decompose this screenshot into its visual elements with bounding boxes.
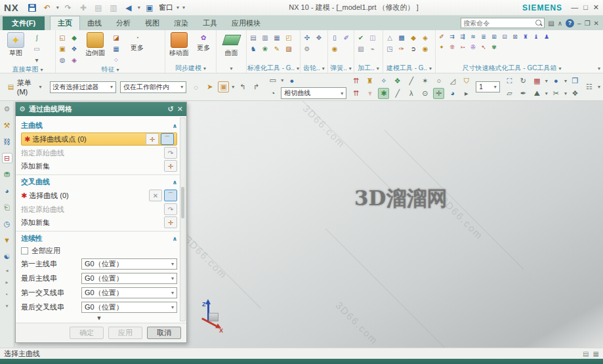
boolean-icon[interactable]: ❖ <box>69 43 79 54</box>
snap-endpoint-icon[interactable]: ⇈ <box>350 75 362 87</box>
apply-all-checkbox[interactable] <box>21 247 28 254</box>
gc-icon-16[interactable]: ➴ <box>479 43 488 52</box>
move-rotate-icon[interactable]: ☷ <box>585 81 594 92</box>
gc-icon-13[interactable]: ❊ <box>447 43 457 52</box>
std-tool-icon-5[interactable]: ❀ <box>260 43 270 54</box>
rect-select-icon[interactable]: ▭ <box>267 75 278 86</box>
snap-tangent-icon[interactable]: ◿ <box>447 75 458 87</box>
group-label-gc-toolbox[interactable]: 尺寸快速格式化工具 - GC工具箱▾ <box>437 64 587 73</box>
view-grid-icon[interactable]: ▦ <box>531 75 543 87</box>
snap-midpoint-icon[interactable]: ♜ <box>364 75 375 87</box>
shaded-view-icon[interactable]: ● <box>551 75 562 87</box>
cancel-button[interactable]: 取消 <box>147 327 181 339</box>
curve-rule-select[interactable]: 相切曲线▾ <box>281 87 346 99</box>
gc-icon-5[interactable]: ≣ <box>479 32 488 41</box>
ribbon-overflow-dropdown[interactable]: ▾ <box>598 66 600 71</box>
gc-icon-4[interactable]: ≋ <box>468 32 478 41</box>
snap-point2-icon[interactable]: ⛉ <box>461 75 472 87</box>
edge-blend-button[interactable]: 边倒圆 <box>81 32 110 58</box>
ok-button[interactable]: 确定 <box>70 327 104 339</box>
snap-plus-icon[interactable]: ✛ <box>433 88 444 99</box>
perspective-icon[interactable]: ✂ <box>551 88 562 99</box>
history-icon[interactable]: ◷ <box>2 218 12 229</box>
curve-select-button[interactable]: ⌒ <box>161 133 174 145</box>
next-selection-icon[interactable]: ↱ <box>251 81 262 92</box>
last-cross-string-select[interactable]: G0（位置）▾ <box>81 302 177 313</box>
hd3d-tools-icon[interactable]: ◕ <box>2 186 12 196</box>
tab-home[interactable]: 主页 <box>50 16 80 30</box>
trim-icon[interactable]: ▦ <box>111 43 121 54</box>
curve-rule-icon[interactable]: ◔ <box>267 88 278 99</box>
tab-analysis[interactable]: 分析 <box>109 16 138 30</box>
cross-add-new-set-button[interactable]: ✛ <box>164 216 177 228</box>
cross-origin-curve-button[interactable]: ↷ <box>164 203 177 215</box>
touch-mode-dropdown[interactable]: ▾ <box>138 5 140 10</box>
rectangle-icon[interactable]: ▭ <box>31 43 42 54</box>
surface-button[interactable]: 曲面 <box>218 32 245 58</box>
status-grid-icon[interactable]: ▦ <box>593 350 599 357</box>
gc-icon-8[interactable]: ⊠ <box>510 32 520 41</box>
modeling-tool-icon-3[interactable]: ◆ <box>408 32 419 43</box>
group-label-feature[interactable]: 特征▾ <box>57 65 163 74</box>
snap-control-icon[interactable]: ♆ <box>364 88 375 99</box>
undo-button[interactable]: ↶ <box>41 2 53 14</box>
modeling-tool-icon-1[interactable]: △ <box>385 32 395 43</box>
snap-line-icon[interactable]: ╱ <box>405 75 417 87</box>
group-label-machining[interactable]: 加工..▾ <box>356 64 381 73</box>
main-curve-add-row[interactable]: 添加新集 ✛ <box>21 160 177 172</box>
shaded-sphere-icon[interactable]: ● <box>286 75 297 86</box>
tab-curve[interactable]: 曲线 <box>80 16 109 30</box>
apply-button[interactable]: 应用 <box>108 327 142 339</box>
doc-restore-icon[interactable]: ❐ <box>585 20 591 27</box>
reuse-library-icon[interactable]: ⛃ <box>2 169 12 180</box>
std-tool-icon-6[interactable]: ✎ <box>272 43 282 54</box>
gear-tool-icon-1[interactable]: ✣ <box>302 32 312 43</box>
chamfer-icon[interactable]: ◪ <box>111 32 121 43</box>
gc-icon-9[interactable]: ♜ <box>521 32 530 41</box>
selection-filter-select[interactable]: 没有选择过滤器▾ <box>50 81 116 93</box>
main-curve-select-row[interactable]: ✱ 选择曲线或点 (0) ✛ ⌒ <box>21 132 177 146</box>
spring-tool-icon-2[interactable]: ◉ <box>329 43 340 54</box>
gc-icon-15[interactable]: ✇ <box>468 43 478 52</box>
menu-button[interactable]: ▤ 菜单(M)▾ <box>3 76 46 98</box>
orient-view-icon[interactable]: ↻ <box>518 75 529 87</box>
snap-circle-icon[interactable]: ○ <box>433 75 444 87</box>
machining-tool-icon-2[interactable]: ▧ <box>356 43 366 54</box>
std-tool-icon-4[interactable]: ♞ <box>248 43 259 54</box>
snap-center-icon[interactable]: ⊙ <box>419 88 430 99</box>
machining-tool-icon-1[interactable]: ✔ <box>356 32 366 43</box>
group-label-surface[interactable]: ▾ <box>218 64 245 73</box>
rail-dot-icon[interactable]: ▪ <box>6 291 8 297</box>
window-menu-dropdown[interactable]: ▾ <box>177 5 179 10</box>
hole-icon[interactable]: ◆ <box>69 32 79 43</box>
add-new-set-button[interactable]: ✛ <box>164 160 177 172</box>
datum-plane-icon[interactable]: ◱ <box>57 32 68 43</box>
clipboard-icon[interactable]: ▤ <box>548 20 554 27</box>
redo-button[interactable]: ↷ <box>62 2 74 14</box>
status-panel-icon[interactable]: ▤ <box>583 350 589 357</box>
doc-close-icon[interactable]: ✕ <box>594 20 599 27</box>
snap-pole-icon[interactable]: ❖ <box>392 75 403 87</box>
feature-more-button[interactable]: ◔ 更多 <box>123 32 152 52</box>
machining-tool-icon-4[interactable]: ⌁ <box>367 43 378 54</box>
cross-curve-select-row[interactable]: ✱ 选择曲线 (0) ✕ ⌒ <box>21 189 177 202</box>
close-button[interactable]: ✕ <box>593 3 599 12</box>
tab-render[interactable]: 渲染 <box>167 16 196 30</box>
roles-gear-icon[interactable]: ⚙ <box>2 104 12 114</box>
dialog-header[interactable]: ⚙ 通过曲线网格 ↺ ✕ <box>16 102 186 116</box>
minimize-button[interactable]: — <box>571 3 578 12</box>
highlight-box-icon[interactable]: ▣ <box>218 81 229 92</box>
group-label-modeling-tools[interactable]: 建模工具 - G..▾ <box>385 64 434 73</box>
cross-curve-select-button[interactable]: ⌒ <box>164 190 177 201</box>
highlight-dropdown[interactable]: ▾ <box>232 84 234 90</box>
shell-icon[interactable]: ◈ <box>69 54 79 65</box>
rail-expand-icon[interactable]: ▾ <box>5 303 8 309</box>
section-continuity[interactable]: 连续性∧ <box>21 233 177 243</box>
rail-next-icon[interactable]: ▸ <box>5 279 8 285</box>
move-face-button[interactable]: 移动面 <box>167 32 191 58</box>
paste-button[interactable]: ▥ <box>108 2 119 14</box>
rail-prev-icon[interactable]: ◂ <box>5 268 8 273</box>
snap-face-icon[interactable]: ▸ <box>461 88 472 99</box>
first-cross-string-select[interactable]: G0（位置）▾ <box>81 287 177 298</box>
last-main-string-select[interactable]: G0（位置）▾ <box>81 273 177 284</box>
